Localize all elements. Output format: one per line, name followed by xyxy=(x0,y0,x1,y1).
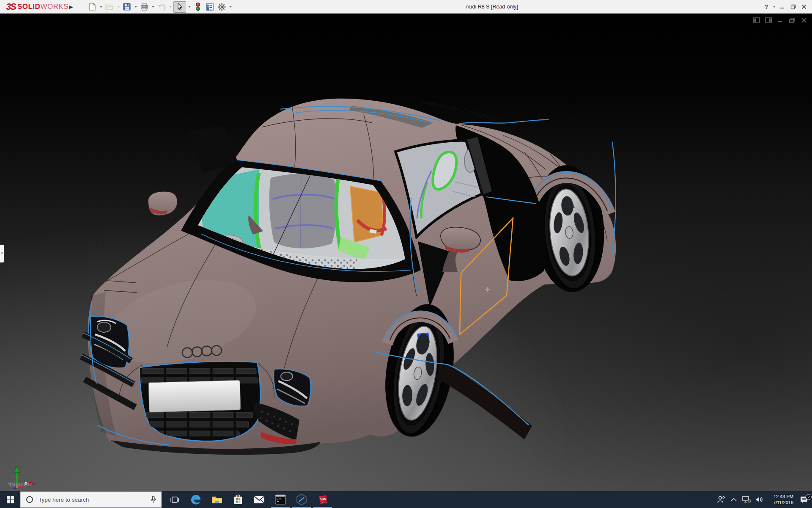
sw-year: 2017 xyxy=(321,501,327,504)
properties-button[interactable] xyxy=(204,1,215,12)
save-floppy-icon xyxy=(123,3,131,11)
ethernet-icon xyxy=(742,496,751,503)
properties-list-icon xyxy=(206,3,214,11)
restore-button[interactable] xyxy=(787,0,798,14)
graphics-viewport[interactable]: X *Dimetric xyxy=(0,14,812,491)
people-button[interactable] xyxy=(715,491,727,508)
save-button[interactable] xyxy=(121,1,132,12)
search-placeholder-text: Type here to search xyxy=(38,497,151,503)
dock-pane-left-icon[interactable] xyxy=(753,17,760,24)
options-button[interactable] xyxy=(216,1,227,12)
solidworks-logo: 3S SOLID WORKS xyxy=(6,0,69,14)
cortana-icon xyxy=(26,496,33,503)
solidworks-logo-mark: 3S xyxy=(6,1,16,12)
command-prompt-icon: C:\ xyxy=(275,494,286,505)
options-dropdown[interactable] xyxy=(228,1,233,12)
print-dropdown[interactable] xyxy=(151,1,155,12)
taskbar-cmd-button[interactable]: C:\ xyxy=(270,491,291,508)
select-dropdown[interactable] xyxy=(187,1,192,12)
featuremanager-tab-dot xyxy=(1,252,3,254)
select-tool-button[interactable] xyxy=(173,1,186,13)
taskbar-search-box[interactable]: Type here to search xyxy=(20,491,162,508)
menu-flyout-arrow-icon[interactable]: ▶ xyxy=(67,0,75,14)
chevron-up-icon xyxy=(731,498,737,502)
options-gear-icon xyxy=(218,3,226,11)
edge-icon xyxy=(190,494,201,505)
taskbar-app-icons: C:\ SW 2017 xyxy=(164,491,333,508)
close-button[interactable] xyxy=(798,0,809,14)
taskbar-hexagon-app-button[interactable] xyxy=(291,491,312,508)
print-button[interactable] xyxy=(139,1,150,12)
restore-icon xyxy=(790,4,796,9)
open-dropdown[interactable] xyxy=(116,1,121,12)
license-plate xyxy=(148,380,241,412)
rocker-shadow xyxy=(435,363,532,439)
windows-taskbar: Type here to search xyxy=(0,491,812,508)
sw-glyph: SW xyxy=(320,497,326,501)
print-icon xyxy=(140,3,148,11)
front-grille xyxy=(140,361,260,441)
people-icon xyxy=(717,496,725,503)
clock-time: 12:43 PM xyxy=(767,494,793,500)
open-button[interactable] xyxy=(104,1,115,12)
window-title: Audi R8 S [Read-only] xyxy=(466,4,518,10)
quick-access-toolbar xyxy=(87,0,233,14)
minimize-button[interactable] xyxy=(776,0,787,14)
solidworks-logo-works: WORKS xyxy=(40,3,69,11)
dock-pane-right-icon[interactable] xyxy=(765,17,772,24)
rebuild-trafficlight-icon xyxy=(195,3,200,11)
taskbar-store-button[interactable] xyxy=(228,491,249,508)
document-window-controls xyxy=(753,17,808,24)
task-view-button[interactable] xyxy=(164,491,185,508)
tray-overflow-button[interactable] xyxy=(727,491,740,508)
view-orientation-label: *Dimetric xyxy=(8,481,33,488)
clock-date: 7/11/2018 xyxy=(767,500,793,505)
notification-badge: 2 xyxy=(806,494,812,500)
task-view-icon xyxy=(170,496,179,503)
window-controls: ? xyxy=(761,0,809,14)
undo-dropdown[interactable] xyxy=(168,1,173,12)
new-document-button[interactable] xyxy=(87,1,98,12)
rebuild-button[interactable] xyxy=(192,1,203,12)
open-folder-icon xyxy=(105,3,114,10)
hexagon-app-icon xyxy=(296,494,307,505)
network-button[interactable] xyxy=(740,491,753,508)
close-icon xyxy=(801,4,807,9)
microphone-icon[interactable] xyxy=(151,496,156,503)
document-minimize-icon[interactable] xyxy=(776,17,784,24)
new-document-icon xyxy=(89,3,96,11)
taskbar-file-explorer-button[interactable] xyxy=(206,491,228,508)
help-button[interactable]: ? xyxy=(761,0,772,14)
save-dropdown[interactable] xyxy=(133,1,138,12)
undo-button[interactable] xyxy=(156,1,167,12)
minimize-icon xyxy=(779,4,785,9)
taskbar-edge-button[interactable] xyxy=(185,491,206,508)
microsoft-store-icon xyxy=(233,494,243,505)
select-cursor-icon xyxy=(177,3,183,11)
windows-logo-icon xyxy=(7,496,14,503)
speaker-icon xyxy=(755,496,763,503)
action-center-button[interactable]: 2 xyxy=(796,491,812,508)
cmd-glyph: C:\ xyxy=(277,498,282,501)
taskbar-clock[interactable]: 12:43 PM 7/11/2018 xyxy=(767,494,793,505)
title-bar: 3S SOLID WORKS ▶ xyxy=(0,0,812,14)
mail-icon xyxy=(254,496,265,504)
featuremanager-collapsed-tab[interactable] xyxy=(0,245,4,262)
file-explorer-icon xyxy=(211,495,222,504)
help-dropdown[interactable] xyxy=(772,1,776,12)
system-tray: 12:43 PM 7/11/2018 2 xyxy=(715,491,812,508)
start-button[interactable] xyxy=(0,491,20,508)
document-restore-icon[interactable] xyxy=(788,17,796,24)
solidworks-logo-solid: SOLID xyxy=(17,3,40,11)
new-dropdown[interactable] xyxy=(99,1,103,12)
document-close-icon[interactable] xyxy=(800,17,808,24)
solidworks-2017-icon: SW 2017 xyxy=(317,494,329,505)
taskbar-solidworks-button[interactable]: SW 2017 xyxy=(312,491,333,508)
car-model-3d[interactable] xyxy=(0,14,812,491)
taskbar-mail-button[interactable] xyxy=(249,491,270,508)
volume-button[interactable] xyxy=(753,491,765,508)
undo-arrow-icon xyxy=(158,4,166,10)
